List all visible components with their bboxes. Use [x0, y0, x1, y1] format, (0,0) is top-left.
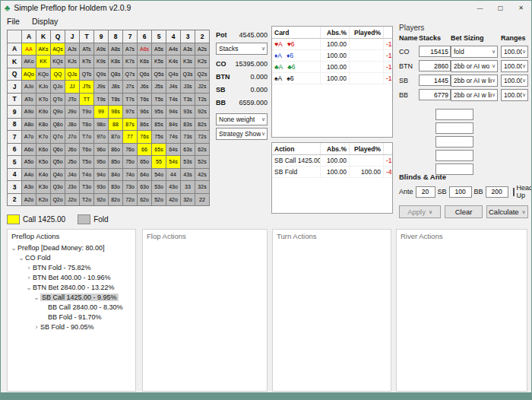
hand-cell-32o[interactable]: 32o [181, 194, 195, 207]
hand-cell-KQs[interactable]: KQs [51, 56, 65, 68]
hand-cell-J3o[interactable]: J3o [65, 181, 80, 194]
hand-cell-96s[interactable]: 96s [138, 106, 152, 119]
hand-cell-95o[interactable]: 95o [94, 156, 109, 169]
heads-up-checkbox[interactable] [513, 188, 515, 196]
hand-cell-92o[interactable]: 92o [94, 194, 109, 207]
hand-cell-J2s[interactable]: J2s [195, 81, 210, 94]
hand-cell-K3o[interactable]: K3o [36, 181, 51, 194]
hand-cell-75s[interactable]: 75s [152, 131, 166, 144]
hand-cell-85o[interactable]: 85o [109, 156, 123, 169]
hand-cell-T3s[interactable]: T3s [181, 94, 195, 106]
hand-cell-A4o[interactable]: A4o [22, 169, 36, 182]
hand-cell-54s[interactable]: 54s [166, 156, 181, 169]
hand-cell-Q7o[interactable]: Q7o [51, 131, 65, 144]
hand-cell-A3s[interactable]: A3s [181, 43, 195, 56]
hand-cell-77[interactable]: 77 [123, 131, 138, 144]
hand-cell-T9s[interactable]: T9s [94, 94, 109, 106]
hand-cell-J9o[interactable]: J9o [65, 106, 80, 119]
tree-item[interactable]: ⌄SB Call 1425.00 - 9.95% [8, 292, 135, 302]
hand-cell-66[interactable]: 66 [138, 144, 152, 157]
hand-cell-TT[interactable]: TT [80, 94, 94, 106]
hand-cell-T9o[interactable]: T9o [80, 106, 94, 119]
hand-cell-98o[interactable]: 98o [94, 119, 109, 132]
hand-cell-T8s[interactable]: T8s [109, 94, 123, 106]
hand-cell-J9s[interactable]: J9s [94, 81, 109, 94]
hand-cell-A5o[interactable]: A5o [22, 156, 36, 169]
card-combo-row[interactable]: ♠A♠6100.00-131.049 [272, 73, 393, 84]
hand-cell-Q2o[interactable]: Q2o [51, 194, 65, 207]
hand-cell-43o[interactable]: 43o [166, 181, 181, 194]
player-stack-input[interactable] [419, 75, 451, 86]
hand-cell-J7o[interactable]: J7o [65, 131, 80, 144]
hand-cell-82o[interactable]: 82o [109, 194, 123, 207]
hand-cell-76o[interactable]: 76o [123, 144, 138, 157]
tree-item[interactable]: ⌄BTN Bet 2840.00 - 13.22% [8, 282, 135, 292]
hand-cell-ATs[interactable]: ATs [80, 43, 94, 56]
strategy-select[interactable]: Strategy Show ∨ [216, 128, 268, 140]
hand-cell-53s[interactable]: 53s [181, 156, 195, 169]
hand-cell-AKs[interactable]: AKs [36, 43, 51, 56]
menu-display[interactable]: Display [26, 16, 64, 27]
player-stack-input-empty[interactable] [435, 150, 473, 161]
hand-cell-63o[interactable]: 63o [138, 181, 152, 194]
hand-cell-A7s[interactable]: A7s [123, 43, 138, 56]
hand-cell-94s[interactable]: 94s [166, 106, 181, 119]
card-combo-row[interactable]: ♣A♣6100.00-131.049 [272, 62, 393, 73]
hand-cell-A4s[interactable]: A4s [166, 43, 181, 56]
tree-item[interactable]: ›SB Fold - 90.05% [8, 322, 135, 332]
player-stack-input[interactable] [419, 89, 451, 100]
hand-cell-J7s[interactable]: J7s [123, 81, 138, 94]
card-combo-row[interactable]: ♦A♦6100.00-131.049 [272, 50, 393, 62]
hand-cell-K2s[interactable]: K2s [195, 56, 210, 68]
hand-cell-A3o[interactable]: A3o [22, 181, 36, 194]
hand-cell-J8s[interactable]: J8s [109, 81, 123, 94]
hand-cell-53o[interactable]: 53o [152, 181, 166, 194]
hand-cell-98s[interactable]: 98s [109, 106, 123, 119]
hand-cell-93o[interactable]: 93o [94, 181, 109, 194]
hand-cell-J5s[interactable]: J5s [152, 81, 166, 94]
hand-cell-K7s[interactable]: K7s [123, 56, 138, 68]
hand-cell-Q8o[interactable]: Q8o [51, 119, 65, 132]
hand-cell-Q4s[interactable]: Q4s [166, 68, 181, 81]
hand-cell-82s[interactable]: 82s [195, 119, 210, 132]
hand-cell-T5o[interactable]: T5o [80, 156, 94, 169]
hand-cell-T6s[interactable]: T6s [138, 94, 152, 106]
tree-item[interactable]: BB Fold - 91.70% [8, 312, 135, 322]
hand-cell-J4s[interactable]: J4s [166, 81, 181, 94]
hand-cell-K5s[interactable]: K5s [152, 56, 166, 68]
hand-cell-T4o[interactable]: T4o [80, 169, 94, 182]
tree-collapse-icon[interactable]: ⌄ [17, 254, 25, 262]
player-stack-input-empty[interactable] [435, 136, 473, 148]
menu-file[interactable]: File [1, 16, 26, 27]
hand-cell-Q7s[interactable]: Q7s [123, 68, 138, 81]
hand-cell-Q8s[interactable]: Q8s [109, 68, 123, 81]
bet-sizing-select[interactable]: fold∨ [451, 46, 498, 58]
hand-cell-65o[interactable]: 65o [138, 156, 152, 169]
hand-cell-86o[interactable]: 86o [109, 144, 123, 157]
hand-cell-K8s[interactable]: K8s [109, 56, 123, 68]
hand-cell-Q5s[interactable]: Q5s [152, 68, 166, 81]
ranges-select[interactable]: 100.00%∨ [501, 89, 528, 101]
bet-sizing-select[interactable]: 2bb or AI wo Limp∨ [451, 60, 498, 72]
stacks-select[interactable]: Stacks ∨ [216, 43, 268, 55]
weight-select[interactable]: None weight ∨ [216, 113, 268, 125]
hand-cell-94o[interactable]: 94o [94, 169, 109, 182]
hand-cell-87s[interactable]: 87s [123, 119, 138, 132]
hand-cell-74o[interactable]: 74o [123, 169, 138, 182]
hand-cell-T4s[interactable]: T4s [166, 94, 181, 106]
hand-cell-KJs[interactable]: KJs [65, 56, 80, 68]
hand-cell-A8o[interactable]: A8o [22, 119, 36, 132]
tree-item[interactable]: ⌄Preflop [Dead Money: 80.00] [8, 243, 135, 252]
hand-cell-92s[interactable]: 92s [195, 106, 210, 119]
hand-cell-AA[interactable]: AA [22, 43, 36, 56]
hand-cell-T7s[interactable]: T7s [123, 94, 138, 106]
hand-cell-T6o[interactable]: T6o [80, 144, 94, 157]
hand-cell-86s[interactable]: 86s [138, 119, 152, 132]
hand-cell-QJo[interactable]: QJo [51, 81, 65, 94]
hand-cell-52s[interactable]: 52s [195, 156, 210, 169]
hand-cell-T3o[interactable]: T3o [80, 181, 94, 194]
hand-cell-J5o[interactable]: J5o [65, 156, 80, 169]
hand-cell-QJs[interactable]: QJs [65, 68, 80, 81]
ranges-select[interactable]: 100.00%∨ [501, 60, 528, 72]
hand-cell-K9s[interactable]: K9s [94, 56, 109, 68]
